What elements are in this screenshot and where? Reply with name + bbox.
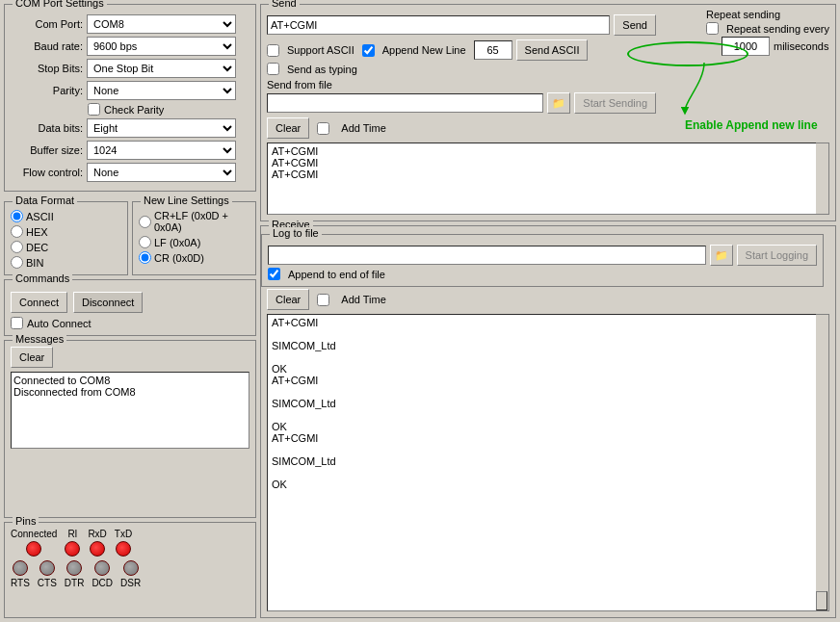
recv-line-12 xyxy=(272,444,812,455)
pin-dsr-light xyxy=(123,560,139,576)
support-ascii-label: Support ASCII xyxy=(287,44,354,56)
pin-cts: CTS xyxy=(38,560,57,588)
recv-line-7 xyxy=(272,386,812,398)
repeat-interval-input[interactable] xyxy=(722,37,770,56)
hex-radio-row: HEX xyxy=(11,225,121,238)
pin-rxd-light xyxy=(90,541,105,557)
append-new-line-checkbox[interactable] xyxy=(362,44,375,57)
scrollbar-thumb[interactable] xyxy=(816,591,827,610)
com-port-label: Com Port: xyxy=(11,18,83,30)
messages-clear-button[interactable]: Clear xyxy=(11,347,53,368)
send-line-2: AT+CGMI xyxy=(272,157,812,168)
receive-text-area[interactable]: AT+CGMI SIMCOM_Ltd OK AT+CGMI SIMCOM_Ltd… xyxy=(267,314,816,611)
auto-connect-label: Auto Connect xyxy=(27,318,92,329)
annotation-arrow xyxy=(675,63,840,120)
file-path-input[interactable] xyxy=(267,93,543,113)
send-clear-button[interactable]: Clear xyxy=(267,117,309,139)
send-clear-row: Clear Add Time xyxy=(267,117,829,139)
crlf-radio[interactable] xyxy=(139,216,151,228)
pin-dtr-label: DTR xyxy=(65,578,85,588)
support-ascii-row: Support ASCII Append New Line Send ASCII xyxy=(267,39,588,61)
com-port-select[interactable]: COM8 xyxy=(87,14,236,34)
recv-line-5: OK xyxy=(272,363,812,375)
receive-controls: Clear Add Time xyxy=(267,289,829,310)
receive-group: Receive Log to file 📁 Start Logging Appe… xyxy=(260,225,836,618)
send-ascii-button[interactable]: Send ASCII xyxy=(516,39,589,61)
log-file-path-input[interactable] xyxy=(268,246,706,265)
hex-radio[interactable] xyxy=(11,225,23,238)
stop-bits-select[interactable]: One Stop Bit xyxy=(87,59,236,78)
append-to-end-checkbox[interactable] xyxy=(268,268,280,280)
messages-title: Messages xyxy=(13,333,66,345)
send-as-typing-checkbox[interactable] xyxy=(267,63,279,75)
new-line-title: New Line Settings xyxy=(141,194,232,206)
flow-control-select[interactable]: None xyxy=(87,163,236,182)
lf-radio[interactable] xyxy=(139,236,151,248)
log-to-file-title: Log to file xyxy=(270,227,322,239)
receive-scrollbar[interactable] xyxy=(816,314,829,611)
bin-label: BIN xyxy=(26,257,43,269)
receive-add-time-checkbox[interactable] xyxy=(317,294,329,306)
cr-radio-row: CR (0x0D) xyxy=(139,251,249,264)
pin-connected-label: Connected xyxy=(11,529,57,539)
repeat-sending-title: Repeat sending xyxy=(706,9,780,20)
send-line-1: AT+CGMI xyxy=(272,145,812,157)
ascii-radio[interactable] xyxy=(11,210,23,222)
support-ascii-checkbox[interactable] xyxy=(267,44,279,57)
pin-dcd: DCD xyxy=(92,560,113,588)
file-browse-button[interactable]: 📁 xyxy=(547,92,570,114)
parity-label: Parity: xyxy=(11,85,83,96)
recv-line-1: AT+CGMI xyxy=(272,317,812,328)
send-add-time-checkbox[interactable] xyxy=(317,122,329,135)
pin-cts-label: CTS xyxy=(38,578,57,588)
dec-label: DEC xyxy=(26,242,48,253)
message-line-1: Connected to COM8 xyxy=(13,375,247,386)
log-file-browse-button[interactable]: 📁 xyxy=(710,245,733,266)
start-logging-button[interactable]: Start Logging xyxy=(737,245,817,266)
buffer-size-select[interactable]: 1024 xyxy=(87,141,236,160)
send-line-3: AT+CGMI xyxy=(272,168,812,180)
crlf-label: CR+LF (0x0D + 0x0A) xyxy=(154,210,249,233)
com-port-title: COM Port Settings xyxy=(13,0,107,9)
connect-button[interactable]: Connect xyxy=(11,292,67,313)
pin-rts: RTS xyxy=(11,560,30,588)
repeat-sending-checkbox[interactable] xyxy=(706,22,719,35)
check-parity-label: Check Parity xyxy=(104,104,164,116)
pin-txd-label: TxD xyxy=(115,529,132,539)
ascii-spinbox[interactable] xyxy=(474,40,512,60)
pin-connected: Connected xyxy=(11,529,57,557)
send-as-typing-label: Send as typing xyxy=(287,64,357,75)
cr-radio[interactable] xyxy=(139,251,151,264)
baud-rate-label: Baud rate: xyxy=(11,40,83,52)
send-text-area[interactable]: AT+CGMI AT+CGMI AT+CGMI xyxy=(267,143,816,215)
baud-rate-select[interactable]: 9600 bps xyxy=(87,37,236,56)
append-to-end-label: Append to end of file xyxy=(288,269,385,280)
flow-control-label: Flow control: xyxy=(11,167,83,178)
pin-rxd: RxD xyxy=(88,529,106,557)
pin-dtr-light xyxy=(66,560,82,576)
send-scrollbar[interactable] xyxy=(816,143,829,215)
pin-ri-light xyxy=(65,541,80,557)
recv-line-14 xyxy=(272,467,812,479)
ascii-label: ASCII xyxy=(26,211,54,222)
pin-dsr-label: DSR xyxy=(120,578,141,588)
recv-line-10: OK xyxy=(272,421,812,432)
disconnect-button[interactable]: Disconnect xyxy=(73,292,143,313)
send-text-container: AT+CGMI AT+CGMI AT+CGMI xyxy=(267,143,829,215)
bin-radio[interactable] xyxy=(11,256,23,269)
auto-connect-checkbox[interactable] xyxy=(11,317,23,329)
send-from-file-label: Send from file xyxy=(267,79,656,91)
com-port-settings: COM Port Settings Com Port: COM8 Baud ra… xyxy=(4,4,256,192)
pin-txd-light xyxy=(116,541,131,557)
receive-clear-button[interactable]: Clear xyxy=(267,289,309,310)
send-input[interactable] xyxy=(267,15,610,35)
dec-radio[interactable] xyxy=(11,241,23,253)
data-bits-select[interactable]: Eight xyxy=(87,118,236,138)
data-format-group: Data Format ASCII HEX DEC xyxy=(4,201,128,275)
start-sending-button[interactable]: Start Sending xyxy=(574,92,656,114)
pin-dsr: DSR xyxy=(120,560,141,588)
cr-label: CR (0x0D) xyxy=(154,252,204,264)
parity-select[interactable]: None xyxy=(87,81,236,100)
check-parity-checkbox[interactable] xyxy=(88,103,100,116)
send-button[interactable]: Send xyxy=(614,14,656,36)
